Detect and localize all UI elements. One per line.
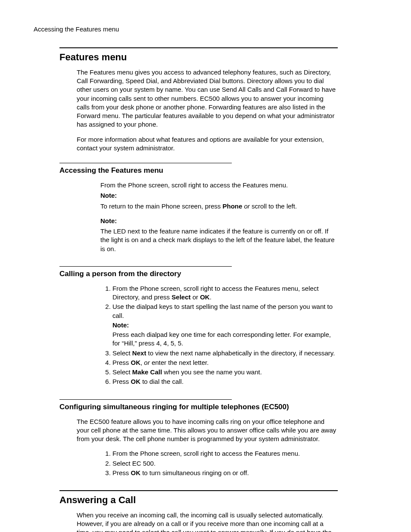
list-item: Press OK to dial the call. [112, 377, 338, 386]
list-item: Use the dialpad keys to start spelling t… [112, 302, 338, 348]
keyword-ok: OK [131, 469, 141, 476]
text: when you see the name you want. [162, 368, 262, 376]
steps-list: From the Phone screen, scroll right to a… [100, 449, 338, 477]
heading-accessing-features: Accessing the Features menu [59, 166, 377, 176]
section-rule [59, 490, 338, 491]
heading-ec500: Configuring simultaneous ringing for mul… [59, 402, 377, 412]
subsection-rule [59, 399, 232, 400]
list-item: Press OK, or enter the next letter. [112, 358, 338, 367]
keyword-ok: OK [131, 359, 141, 366]
text: to dial the call. [140, 378, 184, 385]
keyword-ok: OK [200, 293, 210, 301]
list-item: Select EC 500. [112, 459, 338, 468]
paragraph: The EC500 feature allows you to have inc… [77, 417, 338, 444]
list-item: From the Phone screen, scroll right to a… [112, 449, 338, 458]
keyword-ok: OK [131, 378, 141, 385]
paragraph: When you receive an incoming call, the i… [77, 511, 338, 532]
text: to turn simultaneous ringing on or off. [140, 469, 249, 476]
text: Select [112, 349, 132, 357]
text: . [210, 293, 212, 301]
subsection-rule [59, 163, 232, 163]
text: Select [112, 368, 132, 376]
paragraph: For more information about what features… [77, 135, 338, 153]
keyword-next: Next [132, 349, 146, 357]
text: or [190, 293, 200, 301]
steps-list: From the Phone screen, scroll right to a… [100, 284, 338, 386]
paragraph: To return to the main Phone screen, pres… [100, 202, 338, 211]
heading-answering-call: Answering a Call [59, 494, 377, 507]
keyword-select: Select [171, 293, 190, 301]
page-header: Accessing the Features menu [34, 25, 377, 34]
text: To return to the main Phone screen, pres… [100, 202, 222, 210]
keyword-make-call: Make Call [132, 368, 162, 376]
paragraph: From the Phone screen, scroll right to a… [100, 181, 338, 190]
text: From the Phone screen, scroll right to a… [112, 285, 319, 301]
text-italic: or [144, 359, 152, 366]
text: Press [112, 378, 131, 385]
note-label: Note: [112, 321, 338, 330]
text: Press [112, 359, 131, 366]
text: scroll to the left. [250, 202, 297, 210]
list-item: Select Next to view the next name alphab… [112, 349, 338, 358]
note-label: Note: [100, 217, 338, 225]
note-text: Press each dialpad key one time for each… [112, 330, 338, 348]
text: to view the next name alphabetically in … [146, 349, 335, 357]
list-item: Press OK to turn simultaneous ringing on… [112, 469, 338, 477]
subsection-rule [59, 266, 232, 267]
note-label: Note: [100, 191, 338, 200]
text: Use the dialpad keys to start spelling t… [112, 303, 333, 319]
paragraph: The Features menu gives you access to ad… [77, 68, 338, 129]
text: Press [112, 469, 131, 476]
keyword-phone: Phone [222, 202, 242, 210]
heading-features-menu: Features menu [59, 51, 377, 64]
heading-calling-directory: Calling a person from the directory [59, 269, 377, 279]
paragraph: The LED next to the feature name indicat… [100, 227, 338, 253]
list-item: Select Make Call when you see the name y… [112, 368, 338, 376]
list-item: From the Phone screen, scroll right to a… [112, 284, 338, 302]
text: enter the next letter. [152, 359, 209, 366]
section-rule [59, 47, 338, 48]
text-italic: or [242, 202, 250, 210]
